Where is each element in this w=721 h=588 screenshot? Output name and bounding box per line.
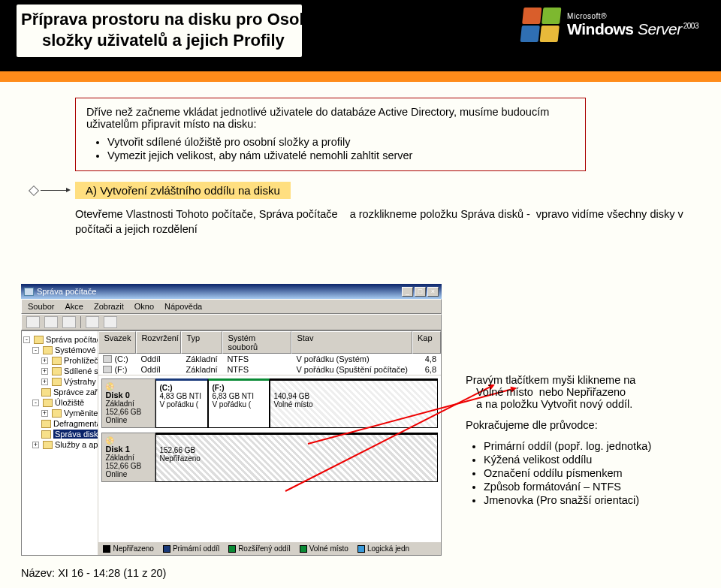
up-button[interactable] — [62, 316, 76, 328]
intro-box: Dříve než začneme vkládat jednotlivé uži… — [75, 98, 586, 171]
views-button[interactable] — [86, 316, 99, 328]
arrow-icon — [41, 190, 66, 191]
folder-icon — [41, 388, 51, 397]
free-space[interactable]: 140,94 GB Volné místo — [270, 378, 438, 428]
folder-icon — [43, 441, 53, 449]
folder-icon — [41, 430, 51, 439]
disk-icon: 📀 — [105, 436, 114, 445]
legend-item: Volné místo — [300, 544, 348, 553]
tree-item[interactable]: -Systémové nástroje — [23, 345, 96, 355]
toolbar — [21, 314, 442, 330]
expand-icon[interactable]: + — [41, 410, 48, 417]
maximize-button[interactable]: □ — [415, 287, 426, 297]
expand-icon[interactable]: - — [23, 336, 30, 343]
legend-swatch-icon — [357, 545, 365, 553]
expand-icon[interactable]: - — [32, 400, 39, 406]
disk0-header: 📀 Disk 0 Základní 152,66 GB Online — [101, 378, 155, 428]
folder-icon — [52, 409, 62, 418]
volume-list-header: Svazek Rozvržení Typ Systém souborů Stav… — [98, 331, 441, 354]
folder-icon — [52, 357, 62, 365]
flow-text: Otevřeme Vlastnosti Tohoto počítače, Spr… — [75, 207, 691, 237]
drive-icon — [103, 355, 112, 363]
disk-diagram: 📀 Disk 0 Základní 152,66 GB Online (C:) … — [98, 375, 441, 541]
tree-item[interactable]: Defragmentace disku — [23, 418, 96, 429]
menu-item[interactable]: Soubor — [28, 302, 54, 311]
expand-icon[interactable]: + — [41, 378, 48, 385]
right-notes: Pravým tlačítkem myši klikneme na Volné … — [466, 374, 698, 508]
back-button[interactable] — [26, 316, 40, 328]
tree-item[interactable]: +Výstrahy a protokolování výl — [23, 376, 96, 387]
forward-button[interactable] — [44, 316, 58, 328]
menu-item[interactable]: Nápověda — [164, 302, 202, 311]
windows-server-logo: Microsoft® Windows Server2003 — [522, 8, 698, 42]
folder-icon — [52, 378, 62, 386]
legend-item: Logická jedn — [357, 544, 409, 553]
legend-swatch-icon — [228, 545, 236, 553]
menu-item[interactable]: Okno — [134, 302, 154, 311]
legend: NepřiřazenoPrimární oddílRozšířený oddíl… — [98, 541, 441, 555]
window-titlebar: Správa počítače _ □ × — [21, 284, 442, 299]
expand-icon[interactable]: - — [32, 347, 39, 354]
tree-item[interactable]: Správce zařízení — [23, 387, 96, 397]
expand-icon[interactable]: + — [32, 442, 39, 448]
section-heading: A) Vytvoření zvláštního oddílu na disku — [75, 182, 291, 199]
partition-f[interactable]: (F:) 6,83 GB NTI V pořádku ( — [208, 378, 270, 428]
legend-swatch-icon — [300, 545, 307, 553]
minimize-button[interactable]: _ — [402, 287, 413, 297]
volume-row[interactable]: (C:)OddílZákladníNTFSV pořádku (Systém)4… — [98, 354, 441, 364]
legend-swatch-icon — [163, 545, 170, 553]
expand-icon[interactable]: + — [41, 357, 48, 364]
folder-icon — [43, 399, 53, 407]
volume-list: (C:)OddílZákladníNTFSV pořádku (Systém)4… — [98, 354, 441, 375]
page-title: Příprava prostoru na disku pro Osobní sl… — [21, 9, 324, 50]
windows-flag-icon — [520, 8, 562, 42]
legend-item: Rozšířený oddíl — [228, 544, 290, 553]
tree-item[interactable]: Správa disků — [23, 429, 96, 439]
menu-item[interactable]: Akce — [65, 302, 83, 311]
folder-icon — [41, 420, 51, 428]
tree-item[interactable]: +Vyměnitelné úložiště — [23, 408, 96, 418]
diamond-icon — [29, 185, 39, 195]
app-icon — [24, 288, 34, 296]
partition-c[interactable]: (C:) 4,83 GB NTI V pořádku ( — [155, 378, 208, 428]
unallocated-space[interactable]: 152,66 GB Nepřiřazeno — [155, 433, 438, 482]
legend-item: Nepřiřazeno — [103, 544, 153, 553]
tree-item[interactable]: +Sdílené složky — [23, 366, 96, 376]
legend-item: Primární oddíl — [163, 544, 219, 553]
disk-icon: 📀 — [105, 382, 114, 390]
menu-item[interactable]: Zobrazit — [94, 302, 124, 311]
tree-item[interactable]: -Úložiště — [23, 397, 96, 408]
folder-icon — [43, 346, 53, 354]
expand-icon[interactable]: + — [41, 368, 48, 375]
folder-icon — [34, 336, 44, 344]
folder-icon — [52, 367, 62, 375]
menubar: SouborAkceZobrazitOknoNápověda — [21, 299, 442, 314]
tree-item[interactable]: +Služby a aplikace — [23, 439, 96, 450]
mmc-screenshot: Správa počítače _ □ × SouborAkceZobrazit… — [21, 284, 442, 556]
refresh-button[interactable] — [104, 316, 117, 328]
volume-row[interactable]: (F:)OddílZákladníNTFSV pořádku (Spuštění… — [98, 364, 441, 375]
footer: Název: XI 16 - 14:28 (11 z 20) — [21, 567, 166, 579]
tree-item[interactable]: -Správa počítače (místní) — [23, 334, 96, 345]
disk1-header: 📀 Disk 1 Základní 152,66 GB Online — [101, 433, 155, 482]
legend-swatch-icon — [103, 545, 110, 553]
tree-item[interactable]: +Prohlížeč událostí — [23, 355, 96, 366]
close-button[interactable]: × — [427, 287, 439, 297]
navigation-tree: -Správa počítače (místní)-Systémové nást… — [22, 331, 98, 555]
drive-icon — [103, 366, 112, 373]
